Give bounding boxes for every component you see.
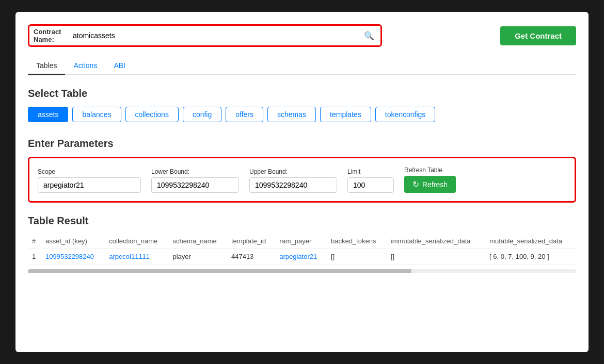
col-header-asset-id: asset_id (key): [41, 234, 105, 249]
table-btn-offers[interactable]: offers: [226, 107, 263, 122]
cell-mutable: [ 6, 0, 7, 100, 9, 20 ]: [485, 249, 576, 265]
contract-name-label: Contract Name:: [34, 28, 65, 43]
refresh-group: Refresh Table ↻ Refresh: [404, 167, 456, 193]
table-buttons: assets balances collections config offer…: [28, 107, 576, 122]
cell-ram-payer: arpegiator21: [275, 249, 327, 265]
cell-immutable: []: [387, 249, 485, 265]
get-contract-button[interactable]: Get Contract: [500, 26, 576, 45]
tabs-row: Tables Actions ABI: [28, 57, 576, 75]
table-result-section: Table Result # asset_id (key) collection…: [28, 215, 576, 273]
col-header-num: #: [28, 234, 41, 249]
scope-input[interactable]: [38, 177, 141, 193]
cell-template-id: 447413: [227, 249, 275, 265]
col-header-template-id: template_id: [227, 234, 275, 249]
col-header-collection-name: collection_name: [105, 234, 168, 249]
params-title: Enter Parameters: [28, 138, 576, 150]
refresh-button-label: Refresh: [422, 180, 448, 189]
scope-label: Scope: [38, 168, 141, 175]
params-box: Scope Lower Bound: Upper Bound: Limit Re…: [28, 157, 576, 203]
lower-bound-label: Lower Bound:: [151, 168, 239, 175]
col-header-mutable: mutable_serialized_data: [485, 234, 576, 249]
upper-bound-group: Upper Bound:: [249, 168, 337, 193]
col-header-ram-payer: ram_payer: [275, 234, 327, 249]
cell-collection-name: arpecol11111: [105, 249, 168, 265]
refresh-button[interactable]: ↻ Refresh: [404, 176, 456, 193]
table-result-title: Table Result: [28, 215, 576, 227]
limit-label: Limit: [347, 168, 394, 175]
table-btn-collections[interactable]: collections: [125, 107, 179, 122]
limit-input[interactable]: [347, 177, 394, 193]
col-header-immutable: immutable_serialized_data: [387, 234, 485, 249]
table-btn-tokenconfigs[interactable]: tokenconfigs: [375, 107, 436, 122]
refresh-table-label: Refresh Table: [404, 167, 456, 174]
cell-backed-tokens: []: [327, 249, 387, 265]
table-btn-balances[interactable]: balances: [72, 107, 121, 122]
col-header-backed-tokens: backed_tokens: [327, 234, 387, 249]
result-table: # asset_id (key) collection_name schema_…: [28, 234, 576, 265]
col-header-schema-name: schema_name: [168, 234, 227, 249]
cell-schema-name: player: [168, 249, 227, 265]
upper-bound-label: Upper Bound:: [249, 168, 337, 175]
limit-group: Limit: [347, 168, 394, 193]
table-row: 1 1099532298240 arpecol11111 player 4474…: [28, 249, 576, 265]
table-btn-schemas[interactable]: schemas: [267, 107, 316, 122]
header-row: Contract Name: 🔍 Get Contract: [28, 24, 576, 47]
contract-name-input[interactable]: [69, 28, 358, 43]
search-icon-button[interactable]: 🔍: [362, 31, 376, 41]
horizontal-scrollbar[interactable]: [28, 269, 576, 273]
upper-bound-input[interactable]: [249, 177, 337, 193]
table-header-row: # asset_id (key) collection_name schema_…: [28, 234, 576, 249]
cell-num: 1: [28, 249, 41, 265]
refresh-icon: ↻: [412, 179, 419, 189]
params-section: Enter Parameters Scope Lower Bound: Uppe…: [28, 138, 576, 203]
tab-abi[interactable]: ABI: [105, 57, 134, 75]
table-btn-config[interactable]: config: [183, 107, 221, 122]
main-container: Contract Name: 🔍 Get Contract Tables Act…: [15, 12, 589, 352]
table-btn-assets[interactable]: assets: [28, 107, 68, 122]
tab-tables[interactable]: Tables: [28, 57, 65, 75]
scope-group: Scope: [38, 168, 141, 193]
cell-asset-id: 1099532298240: [41, 249, 105, 265]
search-icon: 🔍: [364, 31, 374, 40]
table-btn-templates[interactable]: templates: [320, 107, 371, 122]
select-table-title: Select Table: [28, 88, 576, 100]
lower-bound-input[interactable]: [151, 177, 239, 193]
lower-bound-group: Lower Bound:: [151, 168, 239, 193]
select-table-section: Select Table assets balances collections…: [28, 88, 576, 122]
tab-actions[interactable]: Actions: [65, 57, 105, 75]
